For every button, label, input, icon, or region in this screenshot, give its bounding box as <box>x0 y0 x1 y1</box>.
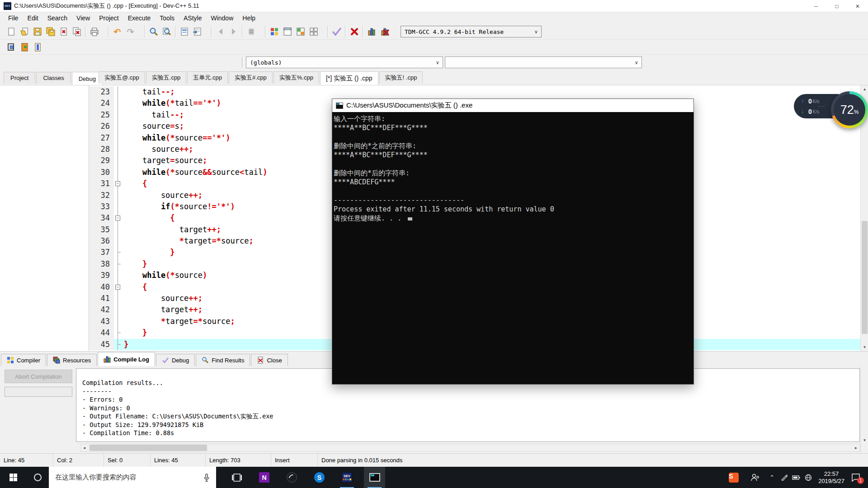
drag-handle[interactable] <box>242 57 244 67</box>
replace-button[interactable] <box>178 25 191 38</box>
network-speed-widget[interactable]: ↑ 0 K/s ↓ 0 K/s 72 % <box>794 91 868 121</box>
undo-button[interactable]: ↶ <box>111 25 124 38</box>
project-options-button[interactable] <box>294 25 307 38</box>
console-app-button[interactable] <box>364 467 385 488</box>
log-vertical-scrollbar[interactable]: ▼ <box>860 366 868 453</box>
report-tab-compile-log[interactable]: Compile Log <box>98 352 155 366</box>
start-button[interactable] <box>0 467 26 488</box>
report-tab-debug[interactable]: Debug <box>156 354 195 366</box>
abort-compilation-button[interactable]: Abort Compilation <box>5 370 72 383</box>
menu-file[interactable]: File <box>4 14 23 22</box>
remove-from-project-button[interactable] <box>31 41 44 54</box>
find-button[interactable] <box>147 25 160 38</box>
insert-button[interactable] <box>5 41 18 54</box>
new-file-button[interactable] <box>5 25 18 38</box>
network-icon[interactable] <box>805 474 812 481</box>
window-layout-button[interactable] <box>307 25 320 38</box>
forward-button[interactable] <box>227 25 240 38</box>
report-tab-resources[interactable]: Resources <box>47 354 97 366</box>
menu-edit[interactable]: Edit <box>23 14 43 22</box>
console-title-bar[interactable]: C:\Users\ASUS\Documents\实验五 () .exe <box>332 99 693 112</box>
fold-collapse-icon[interactable]: − <box>115 285 120 290</box>
console-output[interactable]: 输入一个字符串:****A**BC***DEF***G**** 删除中间的*之前… <box>332 112 693 225</box>
fold-margin[interactable]: − <box>114 212 121 224</box>
file-tab-6[interactable]: 实验五! .cpp <box>379 71 423 84</box>
hidden-icons-chevron[interactable]: ⌃ <box>769 474 774 481</box>
project-panel[interactable] <box>0 85 89 351</box>
menu-execute[interactable]: Execute <box>123 14 156 22</box>
close-button[interactable]: ✕ <box>847 0 868 12</box>
open-file-button[interactable] <box>18 25 31 38</box>
print-button[interactable] <box>88 25 101 38</box>
fold-margin[interactable]: − <box>114 178 121 189</box>
file-tab-5[interactable]: [*] 实验五 () .cpp <box>320 71 378 85</box>
scope-select[interactable]: (globals) ∨ <box>246 56 443 68</box>
menu-tools[interactable]: Tools <box>155 14 179 22</box>
action-center-button[interactable]: 1 <box>851 473 861 482</box>
file-tab-0[interactable]: 实验五@.cpp <box>99 71 145 84</box>
open-project-button[interactable] <box>281 25 294 38</box>
fold-collapse-icon[interactable]: − <box>115 181 120 186</box>
redo-button[interactable]: ↷ <box>124 25 137 38</box>
people-button[interactable] <box>750 474 760 482</box>
scroll-right-arrow-icon[interactable]: ► <box>852 444 860 451</box>
goto-line-button[interactable] <box>191 25 204 38</box>
line-number: 39 <box>89 270 114 281</box>
file-tab-4[interactable]: 实验五%.cpp <box>274 71 319 84</box>
devcpp-app-button[interactable]: DEV <box>336 467 358 488</box>
save-all-button[interactable] <box>44 25 57 38</box>
save-button[interactable] <box>31 25 44 38</box>
onenote-app-button[interactable]: N <box>254 467 275 488</box>
menu-window[interactable]: Window <box>206 14 238 22</box>
scroll-left-arrow-icon[interactable]: ◄ <box>80 444 88 451</box>
file-tab-2[interactable]: 五单元.cpp <box>187 71 228 84</box>
editor-vertical-scrollbar[interactable]: ▲ ▼ <box>860 85 868 351</box>
skype-app-button[interactable]: S <box>309 467 330 488</box>
report-tab-find-results[interactable]: Find Results <box>196 354 250 366</box>
maximize-button[interactable]: □ <box>826 0 847 12</box>
left-tab-project[interactable]: Project <box>4 72 35 84</box>
profile-button[interactable] <box>365 25 378 38</box>
compile-button[interactable] <box>330 25 343 38</box>
scroll-down-arrow-icon[interactable]: ▼ <box>861 436 868 444</box>
sogou-ime-button[interactable]: S <box>729 473 739 483</box>
close-all-button[interactable] <box>70 25 83 38</box>
find-in-files-button[interactable] <box>160 25 173 38</box>
menu-search[interactable]: Search <box>43 14 72 22</box>
close-file-button[interactable] <box>57 25 70 38</box>
member-select[interactable]: ∨ <box>445 56 642 68</box>
console-window[interactable]: C:\Users\ASUS\Documents\实验五 () .exe 输入一个… <box>332 99 694 385</box>
editor-line-23[interactable]: 23 tail--; <box>89 86 860 98</box>
cortana-button[interactable] <box>26 467 49 488</box>
taskbar-clock[interactable]: 22:57 2019/5/27 <box>818 470 844 485</box>
file-tab-1[interactable]: 实验五.cpp <box>146 71 187 84</box>
battery-icon[interactable] <box>792 475 800 480</box>
music-app-button[interactable] <box>281 467 302 488</box>
compiler-profile-select[interactable]: TDM-GCC 4.9.2 64-bit Release ∨ <box>401 26 542 38</box>
left-tab-classes[interactable]: Classes <box>36 72 71 84</box>
add-to-project-button[interactable] <box>18 41 31 54</box>
menu-project[interactable]: Project <box>94 14 123 22</box>
back-button[interactable] <box>214 25 227 38</box>
fold-collapse-icon[interactable]: − <box>115 216 120 221</box>
microphone-icon[interactable] <box>203 474 210 482</box>
file-tab-3[interactable]: 实验五#.cpp <box>229 71 273 84</box>
task-view-button[interactable] <box>226 467 247 488</box>
report-tab-compiler[interactable]: Compiler <box>1 354 46 366</box>
menu-view[interactable]: View <box>72 14 94 22</box>
fold-margin[interactable]: − <box>114 282 121 293</box>
stop-execution-button[interactable] <box>348 25 361 38</box>
left-tab-debug[interactable]: Debug <box>72 72 103 85</box>
menu-astyle[interactable]: AStyle <box>179 14 206 22</box>
profile-stop-button[interactable] <box>378 25 392 38</box>
log-horizontal-scrollbar[interactable]: ◄ ► <box>80 444 860 452</box>
pen-icon[interactable] <box>781 474 788 481</box>
new-project-button[interactable] <box>268 25 281 38</box>
minimize-button[interactable]: ─ <box>806 0 826 12</box>
menu-help[interactable]: Help <box>238 14 260 22</box>
report-tab-close[interactable]: Close <box>251 354 288 366</box>
scroll-down-arrow-icon[interactable]: ▼ <box>861 343 868 351</box>
memory-usage-gauge[interactable]: 72 % <box>831 91 868 128</box>
taskbar-search-input[interactable]: 在这里输入你要搜索的内容 <box>49 467 216 488</box>
abort-button[interactable] <box>245 25 258 38</box>
